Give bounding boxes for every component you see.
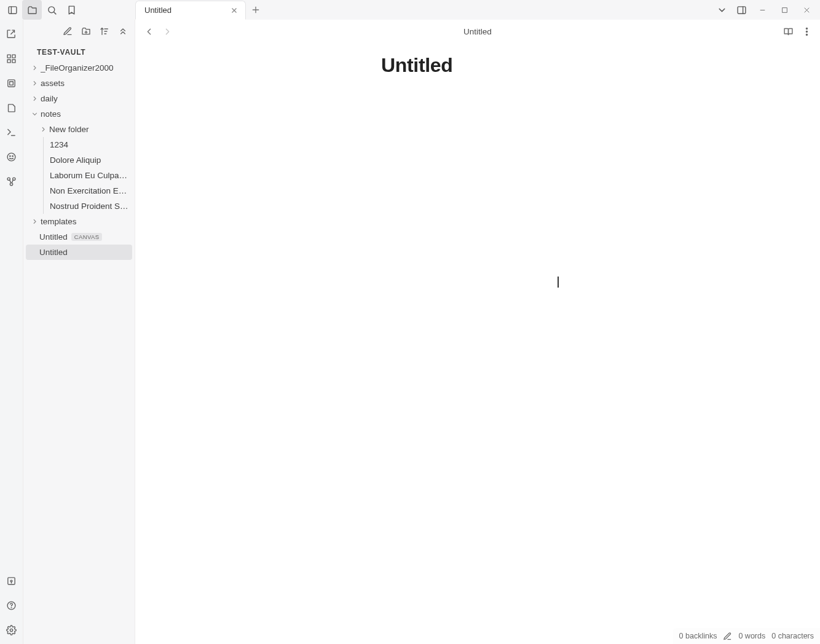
templates-icon[interactable] (2, 147, 21, 166)
chevron-right-icon (31, 79, 41, 87)
svg-point-33 (10, 629, 12, 631)
editor-body[interactable]: Untitled 0 backlinks 0 words 0 character… (135, 43, 820, 644)
breadcrumb[interactable]: Untitled (176, 27, 779, 36)
svg-point-22 (7, 153, 15, 161)
tab-strip: Untitled (135, 0, 712, 20)
tree-label: daily (41, 94, 58, 103)
svg-point-40 (806, 28, 807, 29)
graph-view-icon[interactable] (2, 49, 21, 68)
tab-label: Untitled (144, 6, 171, 15)
folder-templates[interactable]: templates (26, 214, 132, 229)
svg-rect-20 (10, 81, 14, 85)
svg-rect-19 (8, 79, 15, 86)
file-nonex[interactable]: Non Exercitation Eni... (44, 183, 132, 198)
quick-switcher-icon[interactable] (2, 25, 21, 43)
svg-point-27 (10, 183, 12, 185)
svg-point-41 (806, 31, 807, 32)
tree-label: Dolore Aliquip (50, 155, 101, 165)
tab-untitled[interactable]: Untitled (135, 1, 246, 20)
tree-label: Nostrud Proident Su... (50, 202, 128, 211)
folder-daily[interactable]: daily (26, 91, 132, 106)
file-untitled-canvas[interactable]: UntitledCANVAS (26, 229, 132, 245)
reading-mode-icon[interactable] (779, 23, 797, 40)
files-tab-icon[interactable] (22, 0, 42, 20)
chevron-right-icon (31, 95, 41, 103)
tree-label: assets (41, 79, 65, 88)
file-tree: _FileOrganizer2000 assets daily notes Ne… (23, 59, 135, 261)
help-icon[interactable] (2, 596, 21, 615)
file-1234[interactable]: 1234 (44, 137, 132, 152)
command-palette-icon[interactable] (2, 123, 21, 141)
collapse-all-icon[interactable] (115, 23, 131, 39)
right-sidebar-toggle-icon[interactable] (731, 0, 751, 20)
svg-line-3 (53, 12, 55, 14)
titlebar-left-toolbar (0, 0, 135, 20)
tree-label: _FileOrganizer2000 (41, 63, 114, 73)
note-title[interactable]: Untitled (381, 43, 820, 77)
svg-point-23 (10, 155, 10, 156)
svg-point-42 (806, 34, 807, 35)
text-cursor (558, 277, 559, 288)
svg-rect-11 (782, 7, 787, 12)
titlebar-right (712, 0, 820, 20)
char-count[interactable]: 0 characters (771, 632, 814, 640)
tree-label: Non Exercitation Eni... (50, 186, 128, 195)
window-close-icon[interactable] (795, 0, 818, 20)
left-sidebar-toggle-icon[interactable] (2, 0, 22, 20)
tree-label: New folder (49, 125, 89, 134)
folder-assets[interactable]: assets (26, 76, 132, 91)
svg-line-14 (11, 30, 15, 34)
status-bar: 0 backlinks 0 words 0 characters (673, 628, 820, 644)
file-nostrud[interactable]: Nostrud Proident Su... (44, 198, 132, 214)
window-minimize-icon[interactable] (751, 0, 773, 20)
tree-label: templates (41, 217, 77, 226)
tree-label: Laborum Eu Culpa I... (50, 171, 128, 180)
folder-notes[interactable]: notes (26, 106, 132, 122)
file-untitled-active[interactable]: Untitled (26, 245, 132, 260)
daily-note-icon[interactable] (2, 98, 21, 117)
plugin-icon[interactable] (2, 172, 21, 190)
svg-point-32 (11, 607, 12, 608)
folder-fileorganizer[interactable]: _FileOrganizer2000 (26, 60, 132, 76)
bookmarks-tab-icon[interactable] (61, 0, 81, 20)
svg-rect-8 (738, 6, 746, 13)
tree-label: Untitled (39, 248, 68, 257)
edit-mode-icon[interactable] (723, 632, 732, 641)
chevron-down-icon (31, 110, 41, 118)
new-folder-icon[interactable] (78, 23, 94, 39)
settings-icon[interactable] (2, 621, 21, 639)
folder-new-folder[interactable]: New folder (26, 122, 132, 137)
file-dolore[interactable]: Dolore Aliquip (44, 152, 132, 168)
view-header: Untitled (135, 20, 820, 43)
svg-rect-16 (12, 55, 15, 58)
sidebar-actions (23, 20, 135, 42)
chevron-right-icon (31, 218, 41, 226)
nav-back-icon[interactable] (140, 23, 157, 40)
tab-list-dropdown-icon[interactable] (712, 0, 731, 20)
vault-icon[interactable] (2, 571, 21, 590)
canvas-badge: CANVAS (71, 233, 103, 241)
tree-label: 1234 (50, 140, 68, 149)
file-laborum[interactable]: Laborum Eu Culpa I... (44, 168, 132, 183)
editor-pane: Untitled Untitled 0 backlinks 0 words 0 … (135, 20, 820, 644)
window-maximize-icon[interactable] (773, 0, 795, 20)
titlebar: Untitled (0, 0, 820, 20)
tree-label: Untitled (39, 232, 68, 242)
svg-rect-17 (7, 59, 10, 62)
search-tab-icon[interactable] (42, 0, 61, 20)
canvas-icon[interactable] (2, 74, 21, 92)
chevron-right-icon (39, 125, 49, 133)
sort-icon[interactable] (97, 23, 112, 39)
nav-forward-icon[interactable] (159, 23, 176, 40)
svg-rect-0 (9, 6, 17, 13)
more-options-icon[interactable] (798, 23, 815, 40)
new-tab-button[interactable] (246, 0, 266, 20)
new-note-icon[interactable] (60, 23, 76, 39)
word-count[interactable]: 0 words (738, 632, 765, 640)
vault-name: TEST-VAULT (23, 42, 135, 59)
close-tab-icon[interactable] (228, 4, 240, 17)
tree-label: notes (41, 109, 61, 119)
backlinks-count[interactable]: 0 backlinks (679, 632, 717, 640)
svg-rect-18 (12, 59, 15, 62)
svg-point-24 (12, 155, 13, 156)
